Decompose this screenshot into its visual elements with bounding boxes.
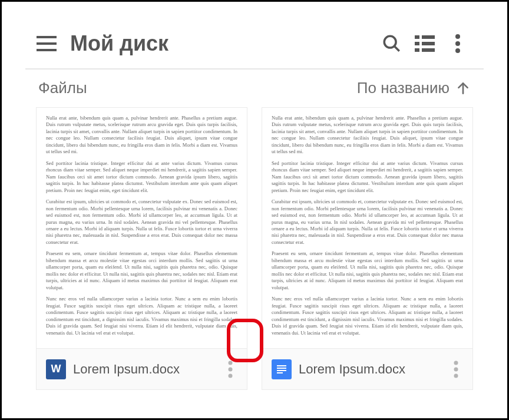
overflow-menu-icon[interactable] [441, 27, 474, 60]
word-doc-icon: W [46, 359, 66, 379]
svg-point-16 [229, 367, 233, 371]
file-footer: W Lorem Ipsum.docx [37, 348, 247, 389]
file-more-button[interactable] [444, 354, 468, 385]
page-title: Мой диск [70, 31, 168, 56]
file-card[interactable]: Nulla erat ante, bibendum quis quam a, p… [262, 107, 473, 390]
svg-point-18 [454, 361, 458, 365]
svg-point-15 [229, 361, 233, 365]
arrow-up-icon [455, 81, 471, 96]
svg-rect-10 [422, 48, 435, 52]
svg-point-19 [454, 367, 458, 371]
file-thumbnail: Nulla erat ante, bibendum quis quam a, p… [37, 108, 247, 348]
file-name: Lorem Ipsum.docx [299, 362, 437, 377]
file-thumbnail: Nulla erat ante, bibendum quis quam a, p… [262, 108, 472, 348]
svg-point-12 [455, 41, 460, 46]
svg-rect-7 [415, 42, 419, 45]
svg-rect-8 [422, 42, 435, 45]
svg-point-11 [455, 34, 460, 39]
svg-rect-0 [37, 36, 57, 38]
section-label: Файлы [38, 79, 87, 97]
file-more-button[interactable] [219, 354, 242, 385]
svg-rect-9 [415, 48, 419, 52]
sort-label: По названию [357, 79, 449, 97]
sort-button[interactable]: По названию [357, 79, 471, 97]
svg-point-3 [384, 37, 396, 48]
svg-line-4 [395, 47, 399, 51]
list-view-icon[interactable] [408, 27, 441, 60]
svg-rect-5 [415, 35, 419, 39]
svg-point-17 [229, 373, 233, 378]
svg-rect-2 [37, 49, 57, 51]
file-card[interactable]: Nulla erat ante, bibendum quis quam a, p… [36, 107, 247, 390]
file-name: Lorem Ipsum.docx [73, 362, 211, 377]
section-bar: Файлы По названию [25, 70, 484, 107]
file-footer: Lorem Ipsum.docx [262, 348, 472, 389]
svg-rect-6 [422, 35, 435, 39]
google-doc-icon [272, 359, 292, 379]
search-icon[interactable] [375, 27, 408, 60]
app-bar: Мой диск [25, 19, 484, 70]
menu-icon[interactable] [30, 27, 63, 60]
svg-rect-1 [37, 42, 57, 45]
file-grid: Nulla erat ante, bibendum quis quam a, p… [25, 107, 484, 401]
svg-point-13 [455, 48, 460, 53]
svg-point-20 [454, 373, 458, 378]
